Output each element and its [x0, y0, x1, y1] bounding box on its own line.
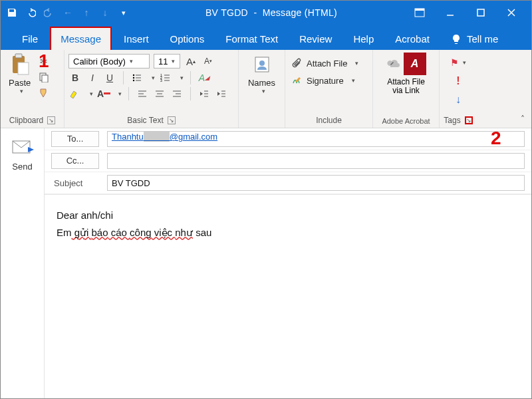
tell-me-search[interactable]: Tell me [442, 28, 508, 50]
tags-dialog-launcher-icon[interactable]: ↘ [465, 116, 473, 124]
lightbulb-icon [451, 34, 462, 45]
bullets-icon[interactable] [130, 72, 144, 84]
redo-icon [43, 7, 55, 19]
svg-point-13 [133, 80, 134, 81]
clipboard-icon [9, 54, 31, 75]
save-icon[interactable] [6, 7, 18, 19]
compose-area: Send To... Thanhtuxxxxxx@gmail.com Cc...… [1, 128, 531, 399]
paste-button[interactable]: Paste ▾ [5, 53, 35, 96]
svg-rect-8 [42, 75, 48, 82]
font-color-icon[interactable]: A [97, 88, 110, 100]
chevron-down-icon: ▾ [262, 88, 265, 94]
minimize-icon[interactable] [444, 6, 457, 19]
quick-access-toolbar: ← ↑ ↓ ▾ [1, 7, 130, 19]
maximize-icon[interactable] [474, 6, 487, 19]
cc-row: Cc... [45, 150, 531, 172]
low-importance-icon[interactable]: ↓ [452, 94, 465, 106]
underline-icon[interactable]: U [103, 72, 116, 84]
cloud-attach-icon [386, 58, 401, 70]
svg-point-37 [259, 61, 265, 66]
tab-help[interactable]: Help [344, 28, 383, 50]
font-size-combo[interactable]: 11▾ [154, 54, 180, 68]
svg-rect-6 [18, 63, 29, 74]
tab-insert[interactable]: Insert [114, 28, 158, 50]
names-button[interactable]: Names ▾ [244, 53, 279, 96]
to-input[interactable]: Thanhtuxxxxxx@gmail.com [107, 131, 525, 147]
send-column: Send [1, 128, 45, 399]
paperclip-icon [292, 58, 303, 68]
subject-input[interactable] [107, 175, 525, 191]
high-importance-icon[interactable]: ! [452, 75, 465, 87]
annotation-2: 2 [491, 128, 501, 149]
address-book-icon [251, 54, 273, 75]
group-names: Names ▾ [239, 50, 285, 128]
send-envelope-icon[interactable] [12, 140, 33, 155]
subject-label: Subject [51, 178, 99, 188]
numbering-icon[interactable]: 123 [159, 72, 172, 84]
group-tags: ⚑▾ ! ↓ Tags ↘ [440, 50, 477, 128]
body-line-1: Dear anh/chi [57, 207, 519, 224]
tab-options[interactable]: Options [161, 28, 214, 50]
title-bar: ← ↑ ↓ ▾ BV TGDD - Message (HTML) [1, 1, 531, 25]
clipboard-dialog-launcher-icon[interactable]: ↘ [47, 116, 55, 124]
next-item-icon: ↓ [99, 7, 111, 19]
cc-input[interactable] [107, 153, 525, 169]
message-body[interactable]: Dear anh/chi Em gửi báo cáo công việc nh… [45, 194, 531, 399]
ribbon: Paste ▾ ✂ Clipboard↘ Calibri (Body)▾ 11▾… [1, 50, 531, 128]
chevron-down-icon: ▾ [20, 88, 23, 94]
adobe-icon: A [404, 53, 426, 75]
align-center-icon[interactable] [153, 88, 166, 100]
follow-up-flag-icon[interactable]: ⚑▾ [452, 57, 465, 68]
bold-icon[interactable]: B [68, 72, 82, 84]
tab-review[interactable]: Review [290, 28, 341, 50]
tab-file[interactable]: File [13, 28, 47, 50]
tab-acrobat[interactable]: Acrobat [386, 28, 439, 50]
cc-button[interactable]: Cc... [51, 153, 99, 169]
decrease-indent-icon[interactable] [198, 88, 211, 100]
collapse-ribbon-icon[interactable]: ˄ [521, 114, 525, 124]
highlight-icon[interactable] [68, 88, 82, 100]
attach-file-button[interactable]: Attach File▾ [289, 57, 368, 70]
attach-via-link-button[interactable]: Attach Filevia Link [387, 78, 425, 95]
signature-button[interactable]: Signature▾ [289, 74, 368, 87]
svg-rect-1 [415, 9, 424, 11]
group-basic-text: Calibri (Body)▾ 11▾ A▴ A▾ B I U ▾ 123 ▾ … [65, 50, 239, 128]
prev-item-icon: ↑ [80, 7, 92, 19]
undo-icon[interactable] [25, 7, 37, 19]
window-controls [413, 6, 531, 19]
to-row: To... Thanhtuxxxxxx@gmail.com [45, 128, 531, 150]
align-left-icon[interactable] [136, 88, 149, 100]
annotation-1: 1 [39, 51, 49, 72]
basic-text-dialog-launcher-icon[interactable]: ↘ [168, 116, 176, 124]
back-icon: ← [62, 7, 74, 19]
italic-icon[interactable]: I [86, 72, 99, 84]
svg-text:3: 3 [160, 78, 162, 82]
subject-row: Subject [45, 172, 531, 194]
svg-point-9 [133, 74, 134, 76]
tab-format-text[interactable]: Format Text [216, 28, 287, 50]
group-clipboard: Paste ▾ ✂ Clipboard↘ [1, 50, 65, 128]
group-include: Attach File▾ Signature▾ Include [285, 50, 373, 128]
tab-message[interactable]: Message [50, 27, 112, 50]
svg-point-11 [133, 77, 134, 78]
close-icon[interactable] [505, 6, 518, 19]
font-name-combo[interactable]: Calibri (Body)▾ [68, 54, 150, 68]
svg-rect-3 [477, 9, 484, 16]
signature-icon [292, 75, 303, 86]
ribbon-tab-strip: File Message Insert Options Format Text … [1, 25, 531, 50]
shrink-font-icon[interactable]: A▾ [201, 55, 215, 67]
clear-formatting-icon[interactable]: A◢ [198, 72, 211, 84]
grow-font-icon[interactable]: A▴ [184, 55, 198, 67]
align-right-icon[interactable] [170, 88, 184, 100]
customize-qa-icon[interactable]: ▾ [118, 7, 130, 19]
format-painter-icon[interactable] [37, 87, 51, 99]
svg-rect-5 [15, 54, 22, 58]
to-button[interactable]: To... [51, 131, 99, 147]
popout-icon[interactable] [413, 6, 426, 19]
window-title: BV TGDD - Message (HTML) [130, 7, 413, 18]
body-line-2: Em gửi báo cáo công việc như sau [57, 224, 519, 241]
send-button[interactable]: Send [12, 162, 32, 172]
increase-indent-icon[interactable] [215, 88, 228, 100]
group-adobe: A Attach Filevia Link Adobe Acrobat [373, 50, 440, 128]
copy-icon[interactable] [37, 71, 51, 83]
